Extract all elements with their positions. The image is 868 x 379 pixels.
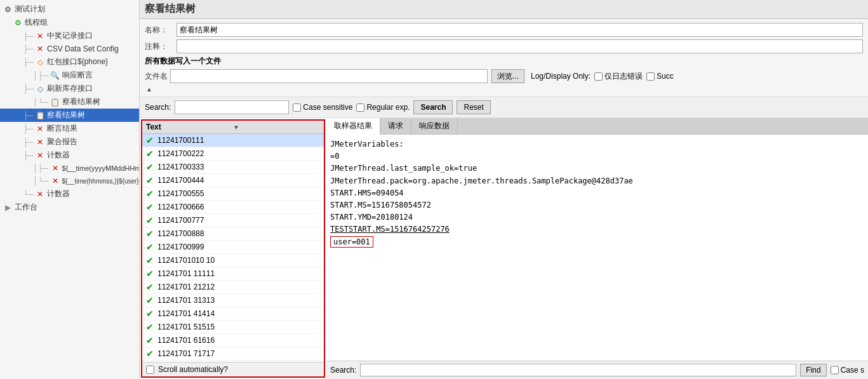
sidebar-item-counter1[interactable]: ├─ ✕ 计数器	[0, 149, 139, 162]
list-item[interactable]: ✔11241700333	[142, 161, 324, 174]
status-icon: ✔	[146, 215, 154, 225]
list-item-label: 11241701 51515	[157, 322, 215, 331]
redpacket-icon: ◇	[35, 57, 45, 67]
list-item[interactable]: ✔11241701 21212	[142, 281, 324, 294]
case-sensitive-label[interactable]: Case sensitive	[293, 103, 352, 112]
status-icon: ✔	[146, 135, 154, 145]
status-icon: ✔	[146, 242, 154, 252]
sidebar-item-test-plan[interactable]: ⚙ 测试计划	[0, 3, 139, 16]
case-sensitive-checkbox[interactable]	[293, 103, 301, 112]
sidebar-item-csv-config[interactable]: ├─ ✕ CSV Data Set Config	[0, 43, 139, 55]
counter2-icon: ✕	[35, 189, 45, 199]
status-icon: ✔	[146, 255, 154, 265]
detail-search-input[interactable]	[360, 364, 796, 376]
list-item[interactable]: ✔11241700777	[142, 214, 324, 227]
refresh-db-icon: ◇	[35, 84, 45, 94]
sidebar-item-view-result1[interactable]: │└─ 📋 察看结果树	[0, 95, 139, 109]
list-item[interactable]: ✔11241700888	[142, 227, 324, 241]
browse-button[interactable]: 浏览...	[491, 69, 524, 83]
sidebar-item-view-result2[interactable]: ├─ 📋 察看结果树	[0, 109, 139, 122]
list-item-label: 11241700555	[157, 189, 204, 198]
success-checkbox-label[interactable]: Succ	[646, 72, 674, 81]
assert-result-icon: ✕	[35, 124, 45, 134]
list-item[interactable]: ✔11241700999	[142, 241, 324, 254]
name-input[interactable]	[177, 23, 863, 37]
tabs: 取样器结果 请求 响应数据	[326, 118, 868, 135]
collapse-button[interactable]: ▲	[145, 86, 154, 93]
filename-input[interactable]	[170, 69, 488, 83]
detail-case-label[interactable]: Case s	[831, 364, 864, 376]
list-item[interactable]: ✔11241701 61616	[142, 334, 324, 347]
counter1-icon: ✕	[35, 150, 45, 161]
sidebar-item-aggregate-report[interactable]: ├─ ✕ 聚合报告	[0, 135, 139, 149]
regex-label[interactable]: Regular exp.	[356, 103, 410, 112]
comment-input[interactable]	[177, 39, 863, 53]
sidebar: ⚙ 测试计划 ⚙ 线程组 ├─ ✕ 中奖记录接口 ├─ ✕ CSV Data S…	[0, 0, 140, 379]
list-item-label: 11241701010 10	[157, 256, 215, 265]
status-icon: ✔	[146, 175, 154, 185]
tab-sampler[interactable]: 取样器结果	[326, 118, 380, 135]
search-button[interactable]: Search	[413, 100, 453, 114]
list-footer: Scroll automatically?	[142, 362, 324, 376]
sidebar-item-time-func2[interactable]: │└─ ✕ ${__time(hhmmss,)}${user}${__threa…	[0, 175, 139, 187]
list-item[interactable]: ✔11241700222	[142, 147, 324, 161]
sidebar-item-thread-group[interactable]: ⚙ 线程组	[0, 16, 139, 29]
sidebar-item-prize-api[interactable]: ├─ ✕ 中奖记录接口	[0, 29, 139, 43]
content-split: Text ▼ ✔11241700111✔11241700222✔11241700…	[140, 118, 868, 379]
main-panel: 察看结果树 名称： 注释： 所有数据写入一个文件 文件名 浏览... Log/D…	[140, 0, 868, 379]
sidebar-item-workbench[interactable]: ▶ 工作台	[0, 201, 139, 214]
test-plan-icon: ⚙	[3, 4, 13, 15]
sidebar-item-time-func1[interactable]: │├─ ✕ ${__time(yyyyMMddHHmm,)}${user}	[0, 162, 139, 175]
collapse-row: ▲	[145, 86, 863, 93]
list-item[interactable]: ✔11241701 71717	[142, 347, 324, 361]
scroll-auto-checkbox[interactable]	[146, 366, 154, 374]
assert-icon: 🔍	[50, 70, 60, 81]
list-item[interactable]: ✔11241701 41414	[142, 307, 324, 321]
status-icon: ✔	[146, 322, 154, 332]
errors-checkbox-label[interactable]: 仅日志错误	[594, 71, 643, 82]
detail-line: =0	[330, 150, 864, 163]
search-input[interactable]	[175, 100, 289, 114]
comment-label: 注释：	[145, 41, 177, 52]
list-item-label: 11241700111	[157, 136, 204, 145]
detail-case-checkbox[interactable]	[831, 364, 839, 376]
list-item[interactable]: ✔11241701010 10	[142, 254, 324, 267]
list-item[interactable]: ✔11241700666	[142, 201, 324, 214]
name-label: 名称：	[145, 25, 177, 36]
list-item[interactable]: ✔11241701 31313	[142, 294, 324, 307]
view-result1-icon: 📋	[50, 97, 60, 107]
sidebar-item-response-assert[interactable]: │├─ 🔍 响应断言	[0, 69, 139, 82]
list-item[interactable]: ✔11241701 51515	[142, 321, 324, 334]
sidebar-item-counter2[interactable]: └─ ✕ 计数器	[0, 187, 139, 201]
detail-line: JMeterThread.last_sample_ok=true	[330, 163, 864, 175]
detail-pane: 取样器结果 请求 响应数据 JMeterVariables:=0JMeterTh…	[326, 118, 868, 379]
list-item[interactable]: ✔11241700444	[142, 174, 324, 187]
tab-response[interactable]: 响应数据	[411, 118, 458, 134]
success-checkbox[interactable]	[646, 72, 655, 81]
sidebar-item-assert-result[interactable]: ├─ ✕ 断言结果	[0, 122, 139, 135]
regex-checkbox[interactable]	[356, 103, 364, 112]
sidebar-item-redpacket[interactable]: ├─ ◇ 红包接口${phone}	[0, 55, 139, 69]
list-item[interactable]: ✔11241700111	[142, 134, 324, 147]
reset-button[interactable]: Reset	[457, 100, 490, 114]
sidebar-item-refresh-db[interactable]: ├─ ◇ 刷新库存接口	[0, 82, 139, 95]
status-icon: ✔	[146, 162, 154, 172]
time-func2-icon: ✕	[50, 176, 60, 186]
status-icon: ✔	[146, 295, 154, 305]
list-pane: Text ▼ ✔11241700111✔11241700222✔11241700…	[141, 119, 325, 378]
list-item-label: 11241700666	[157, 203, 204, 211]
time-func1-icon: ✕	[50, 163, 60, 173]
form-area: 名称： 注释： 所有数据写入一个文件 文件名 浏览... Log/Display…	[140, 19, 868, 97]
thread-group-icon: ⚙	[13, 18, 23, 28]
sort-button[interactable]: ▼	[233, 124, 320, 131]
list-item[interactable]: ✔11241701 11111	[142, 267, 324, 281]
list-item-label: 11241701 71717	[157, 349, 215, 358]
list-item-label: 11241700888	[157, 229, 204, 238]
status-icon: ✔	[146, 335, 154, 345]
tab-request[interactable]: 请求	[380, 118, 411, 134]
find-button[interactable]: Find	[800, 364, 826, 376]
list-body[interactable]: ✔11241700111✔11241700222✔11241700333✔112…	[142, 134, 324, 362]
errors-checkbox[interactable]	[594, 72, 603, 81]
list-item[interactable]: ✔11241700555	[142, 187, 324, 201]
list-item-label: 11241701 11111	[157, 269, 215, 278]
